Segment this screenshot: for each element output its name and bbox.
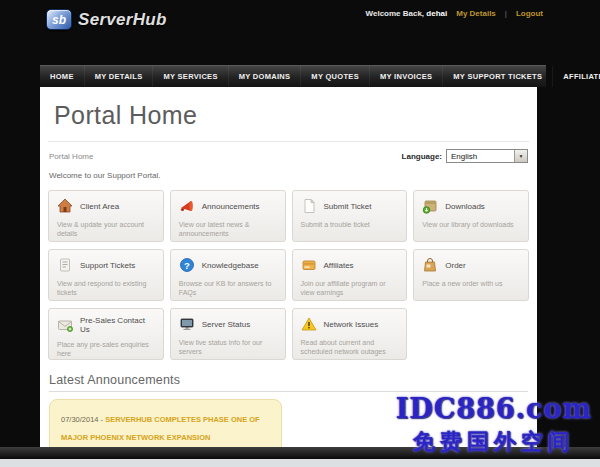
bottom-dark-band xyxy=(0,447,600,459)
portal-box-description: View live status info for our servers xyxy=(179,338,277,357)
portal-box-title: Submit Ticket xyxy=(324,202,372,211)
nav-item-my-support-tickets[interactable]: MY SUPPORT TICKETS xyxy=(443,66,553,87)
brand-logo[interactable]: sb ServerHub xyxy=(46,9,167,30)
portal-box-server-status[interactable]: Server StatusView live status info for o… xyxy=(170,308,286,360)
top-bar: sb ServerHub Welcome Back, dehai My Deta… xyxy=(0,0,600,65)
welcome-message: Welcome Back, dehai xyxy=(366,9,448,18)
portal-box-title: Pre-Sales Contact Us xyxy=(80,316,155,334)
knowledgebase-icon: ? xyxy=(179,257,195,273)
portal-box-header: Client Area xyxy=(57,198,155,214)
server-status-icon xyxy=(179,316,195,332)
svg-text:?: ? xyxy=(184,260,190,271)
portal-box-title: Support Tickets xyxy=(80,261,135,270)
portal-box-header: Support Tickets xyxy=(57,257,155,273)
portal-box-title: Downloads xyxy=(445,202,485,211)
nav-item-my-details[interactable]: MY DETAILS xyxy=(85,66,154,87)
submit-ticket-icon xyxy=(301,198,317,214)
client-area-icon xyxy=(57,198,73,214)
portal-boxes-grid: Client AreaView & update your account de… xyxy=(40,188,537,360)
portal-box-header: Downloads xyxy=(422,198,520,214)
affiliates-icon xyxy=(301,257,317,273)
main-content: Portal Home Portal Home Language: Englis… xyxy=(40,87,537,447)
presales-icon xyxy=(57,317,73,333)
chevron-down-icon[interactable]: ▼ xyxy=(514,150,527,162)
top-links-separator: | xyxy=(505,9,507,18)
portal-box-header: Order xyxy=(422,257,520,273)
portal-box-announcements[interactable]: AnnouncementsView our latest news & anno… xyxy=(170,190,286,242)
announcement-headline: 07/30/2014 - SERVERHUB COMPLETES PHASE O… xyxy=(61,408,270,444)
portal-box-title: Knowledgebase xyxy=(202,261,259,270)
portal-box-downloads[interactable]: DownloadsView our library of downloads xyxy=(413,190,529,242)
portal-box-description: Read about current and scheduled network… xyxy=(301,338,399,357)
portal-box-header: ?Knowledgebase xyxy=(179,257,277,273)
portal-box-title: Announcements xyxy=(202,202,260,211)
language-area: Language: English ▼ xyxy=(402,149,528,163)
breadcrumb[interactable]: Portal Home xyxy=(49,152,93,161)
portal-box-description: View and respond to existing tickets xyxy=(57,279,155,298)
portal-box-description: Submit a trouble ticket xyxy=(301,220,399,229)
portal-box-description: Place any pre-sales enquiries here xyxy=(57,340,155,359)
nav-item-affiliates[interactable]: AFFILIATES xyxy=(553,66,600,87)
my-details-link[interactable]: My Details xyxy=(456,9,496,18)
portal-box-header: Network Issues xyxy=(301,316,399,332)
page-title: Portal Home xyxy=(40,87,537,141)
nav-item-my-invoices[interactable]: MY INVOICES xyxy=(370,66,443,87)
brand-name: ServerHub xyxy=(78,10,167,30)
portal-box-description: Join our affiliate program or view earni… xyxy=(301,279,399,298)
portal-box-network-issues[interactable]: Network IssuesRead about current and sch… xyxy=(292,308,408,360)
portal-box-client-area[interactable]: Client AreaView & update your account de… xyxy=(48,190,164,242)
portal-box-pre-sales-contact-us[interactable]: Pre-Sales Contact UsPlace any pre-sales … xyxy=(48,308,164,360)
logout-link[interactable]: Logout xyxy=(516,9,543,18)
portal-box-description: Place a new order with us xyxy=(422,279,520,288)
announcements-icon xyxy=(179,198,195,214)
portal-box-description: View & update your account details xyxy=(57,220,155,239)
portal-box-header: Server Status xyxy=(179,316,277,332)
portal-box-title: Network Issues xyxy=(324,320,379,329)
footer-strip xyxy=(0,459,600,467)
portal-box-header: Submit Ticket xyxy=(301,198,399,214)
support-tickets-icon xyxy=(57,257,73,273)
portal-box-affiliates[interactable]: AffiliatesJoin our affiliate program or … xyxy=(292,249,408,301)
portal-box-header: Affiliates xyxy=(301,257,399,273)
portal-box-title: Affiliates xyxy=(324,261,354,270)
nav-item-my-domains[interactable]: MY DOMAINS xyxy=(229,66,302,87)
language-selected-value: English xyxy=(451,152,477,161)
serverhub-logo-icon: sb xyxy=(46,9,72,30)
username: dehai xyxy=(426,9,447,18)
main-nav: HOMEMY DETAILSMY SERVICESMY DOMAINSMY QU… xyxy=(40,65,546,87)
section-divider xyxy=(49,391,528,392)
portal-box-support-tickets[interactable]: Support TicketsView and respond to exist… xyxy=(48,249,164,301)
breadcrumb-row: Portal Home Language: English ▼ xyxy=(40,142,537,169)
nav-item-my-services[interactable]: MY SERVICES xyxy=(153,66,228,87)
portal-box-title: Server Status xyxy=(202,320,250,329)
nav-item-home[interactable]: HOME xyxy=(40,66,85,87)
order-icon xyxy=(422,257,438,273)
portal-box-title: Client Area xyxy=(80,202,119,211)
nav-item-my-quotes[interactable]: MY QUOTES xyxy=(301,66,370,87)
portal-box-header: Pre-Sales Contact Us xyxy=(57,316,155,334)
announcement-date: 07/30/2014 - xyxy=(61,415,105,424)
portal-box-description: View our library of downloads xyxy=(422,220,520,229)
portal-box-header: Announcements xyxy=(179,198,277,214)
network-issues-icon xyxy=(301,316,317,332)
welcome-text: Welcome to our Support Portal. xyxy=(40,169,537,188)
top-links: Welcome Back, dehai My Details | Logout xyxy=(366,9,543,18)
language-label: Language: xyxy=(402,152,442,161)
latest-announcements-title: Latest Announcements xyxy=(49,373,528,387)
portal-box-title: Order xyxy=(445,261,465,270)
language-select[interactable]: English ▼ xyxy=(446,149,528,163)
portal-box-submit-ticket[interactable]: Submit TicketSubmit a trouble ticket xyxy=(292,190,408,242)
page: sb ServerHub Welcome Back, dehai My Deta… xyxy=(0,0,600,467)
portal-box-description: View our latest news & announcements xyxy=(179,220,277,239)
downloads-icon xyxy=(422,198,438,214)
portal-box-order[interactable]: OrderPlace a new order with us xyxy=(413,249,529,301)
welcome-prefix: Welcome Back, xyxy=(366,9,425,18)
portal-box-description: Browse our KB for answers to FAQs xyxy=(179,279,277,298)
portal-box-knowledgebase[interactable]: ?KnowledgebaseBrowse our KB for answers … xyxy=(170,249,286,301)
